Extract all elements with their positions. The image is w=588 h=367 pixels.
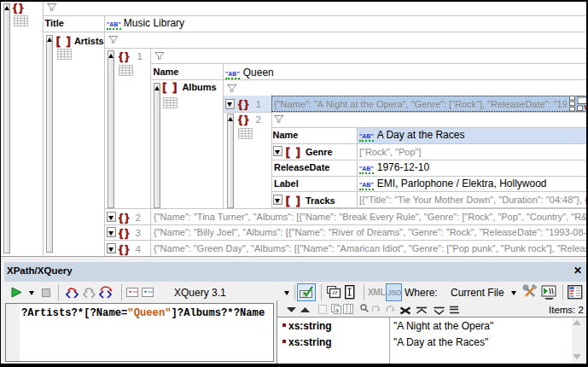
svg-text:a: a: [335, 307, 339, 313]
